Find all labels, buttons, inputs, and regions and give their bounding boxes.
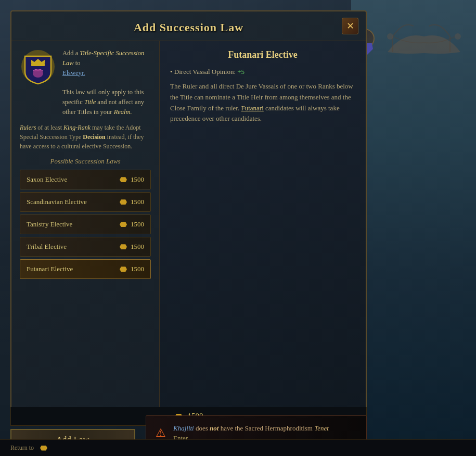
svg-rect-3: [31, 63, 45, 66]
decision-word: Decision: [83, 133, 105, 141]
warning-tenet: Tenet: [314, 424, 329, 432]
right-panel: Futanari Elective • Direct Vassal Opinio…: [160, 41, 366, 422]
law-item-futanari[interactable]: Futanari Elective 1500: [20, 259, 151, 279]
law-item-tribal[interactable]: Tribal Elective 1500: [20, 237, 151, 257]
detail-title: Futanari Elective: [170, 49, 355, 60]
left-panel: Add a Title-Specific Succession Law to E…: [11, 41, 160, 422]
law-cost-futanari: 1500: [119, 265, 144, 273]
king-rank: King-Rank: [63, 124, 91, 131]
laws-list: Saxon Elective 1500 Scandinavian Electiv…: [20, 170, 151, 279]
svg-point-1: [455, 33, 461, 40]
ruler-body1: of at least: [37, 124, 62, 131]
detail-bonus-label: • Direct Vassal Opinion:: [170, 68, 236, 75]
detail-bonus: • Direct Vassal Opinion: +5: [170, 68, 355, 76]
law-item-saxon[interactable]: Saxon Elective 1500: [20, 170, 151, 189]
warning-have: have the Sacred Hermaphroditism: [221, 424, 315, 432]
law-name-futanari: Futanari Elective: [27, 265, 73, 273]
law-cost-tanistry: 1500: [119, 220, 144, 229]
warning-not: not: [210, 424, 218, 432]
law-cost-tribal: 1500: [119, 243, 144, 251]
prestige-icon-tanistry: [119, 221, 128, 228]
prestige-icon-futanari: [119, 265, 128, 273]
close-button[interactable]: ✕: [342, 18, 358, 34]
law-cost-scandinavian: 1500: [119, 198, 144, 206]
ruler-description: Rulers of at least King-Rank may take th…: [20, 123, 151, 151]
modal-title-bar: Add Succession Law ✕: [11, 11, 366, 41]
detail-link-word[interactable]: Futanari: [241, 104, 263, 112]
intro-title-specific: Title-Specific: [80, 49, 114, 57]
intro-to: to: [75, 59, 81, 67]
coa-section: Add a Title-Specific Succession Law to E…: [20, 48, 151, 117]
return-icon: [39, 445, 48, 452]
intro-prefix: Add a: [62, 49, 78, 57]
modal-body: Add a Title-Specific Succession Law to E…: [11, 41, 366, 422]
law-cost-saxon: 1500: [119, 175, 144, 184]
intro-text: Add a Title-Specific Succession Law to E…: [62, 48, 151, 117]
intro-realm-word: Realm.: [114, 108, 132, 116]
law-item-tanistry[interactable]: Tanistry Elective 1500: [20, 214, 151, 234]
law-item-scandinavian[interactable]: Scandinavian Elective 1500: [20, 192, 151, 212]
intro-title-word: Title: [84, 98, 96, 106]
prestige-icon-saxon: [119, 176, 128, 183]
prestige-icon-scandinavian: [119, 198, 128, 206]
warning-does: does: [196, 424, 210, 432]
coat-of-arms: [20, 48, 56, 85]
warning-icon: ⚠: [153, 426, 168, 440]
modal-dialog: Add Succession Law ✕: [10, 10, 367, 425]
svg-point-0: [387, 33, 393, 40]
prestige-icon-tribal: [119, 243, 128, 250]
laws-section-title: Possible Succession Laws: [20, 157, 151, 166]
realm-link[interactable]: Elsweyr.: [62, 69, 85, 77]
return-text: Return to: [10, 444, 34, 452]
return-bar: Return to: [0, 439, 476, 456]
law-name-scandinavian: Scandinavian Elective: [27, 198, 87, 206]
law-name-saxon: Saxon Elective: [27, 175, 67, 184]
detail-bonus-value: +5: [237, 68, 245, 75]
rulers-word: Rulers: [20, 124, 36, 131]
warning-name[interactable]: Khajiiti: [173, 424, 194, 432]
detail-description: The Ruler and all direct De Jure Vassals…: [170, 81, 355, 124]
law-name-tribal: Tribal Elective: [27, 243, 67, 251]
modal-title: Add Succession Law: [134, 21, 243, 34]
ship-decoration: [377, 10, 471, 73]
law-name-tanistry: Tanistry Elective: [27, 220, 72, 229]
